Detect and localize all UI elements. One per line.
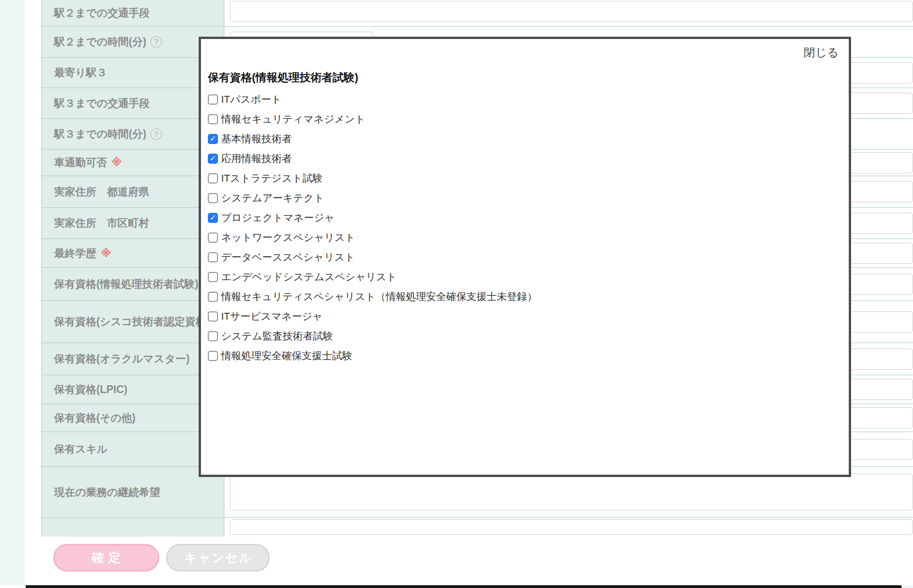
row-label: 保有資格(シスコ技術者認定資格) (41, 301, 224, 343)
checkbox-item: システムアーキテクト (208, 188, 839, 208)
row-label-text: 保有資格(シスコ技術者認定資格) (54, 315, 210, 329)
checkbox-item: 情報セキュリティスペシャリスト（情報処理安全確保支援士未登録） (208, 287, 839, 306)
required-mark: ※ (111, 155, 122, 170)
modal-title: 保有資格(情報処理技術者試験) (208, 70, 839, 85)
text-input[interactable] (230, 474, 913, 510)
row-label-text: 駅３までの交通手段 (54, 96, 150, 111)
checkbox-list: ITパスポート 情報セキュリティマネジメント ✓ 基本情報技術者 ✓ 応用情報技… (208, 89, 839, 366)
close-button[interactable]: 閉じる (208, 44, 839, 60)
row-label: 実家住所 都道府県 (41, 176, 224, 207)
checkbox-label[interactable]: システム監査技術者試験 (221, 329, 333, 343)
page: 駅２までの交通手段 駅２までの時間(分) ? 最寄り駅３ (0, 0, 913, 588)
checkbox[interactable] (208, 252, 218, 262)
row-label: 保有資格(LPIC) (41, 375, 224, 404)
checkbox-label[interactable]: ネットワークスペシャリスト (221, 231, 355, 244)
row-label: 駅３までの交通手段 (41, 88, 224, 118)
footer-bar (26, 585, 902, 588)
help-icon[interactable]: ? (150, 36, 162, 48)
checkbox-item: エンデベッドシステムスペシャリスト (208, 267, 839, 287)
row-label-text: 現在の業務の継続希望 (54, 485, 160, 499)
checkbox-label[interactable]: プロジェクトマネージャ (221, 211, 334, 225)
help-icon[interactable]: ? (150, 128, 162, 140)
row-label-text: 保有資格(オラクルマスター) (54, 352, 189, 366)
row-content (224, 0, 913, 26)
checkbox[interactable] (208, 94, 218, 105)
row-label-text: 保有資格(情報処理技術者試験) (54, 277, 198, 291)
row-label: 実家住所 市区町村 (41, 208, 224, 239)
checkbox-item: ✓ 基本情報技術者 (208, 129, 839, 149)
checkbox-label[interactable]: 情報セキュリティスペシャリスト（情報処理安全確保支援士未登録） (221, 290, 537, 304)
qualification-modal: 閉じる 保有資格(情報処理技術者試験) ITパスポート 情報セキュリティマネジメ… (199, 37, 851, 477)
checkbox-item: システム監査技術者試験 (208, 326, 839, 346)
row-label (41, 518, 224, 537)
checkbox-item: ITストラテジスト試験 (208, 168, 839, 188)
row-label-text: 最寄り駅３ (54, 66, 107, 80)
cancel-button[interactable]: キャンセル (166, 544, 270, 571)
checkbox[interactable]: ✓ (208, 134, 218, 144)
checkbox-item: ネットワークスペシャリスト (208, 227, 839, 247)
row-label-text: 保有スキル (54, 442, 108, 456)
row-label-text: 実家住所 市区町村 (54, 216, 149, 230)
row-label-text: 最終学歴 (54, 246, 96, 261)
row-content (224, 518, 913, 537)
checkbox[interactable] (208, 311, 218, 322)
checkbox-label[interactable]: システムアーキテクト (221, 191, 324, 205)
row-label: 駅３までの時間(分) ? (41, 119, 224, 149)
table-row (41, 517, 913, 537)
checkbox[interactable]: ✓ (208, 154, 218, 164)
row-label: 最終学歴 ※ (41, 239, 224, 267)
row-label-text: 保有資格(LPIC) (54, 383, 128, 397)
left-gutter (0, 0, 26, 586)
checkbox-label[interactable]: 応用情報技術者 (221, 152, 292, 166)
checkbox-label[interactable]: 情報処理安全確保支援士試験 (221, 349, 352, 363)
confirm-button[interactable]: 確定 (53, 544, 159, 571)
row-label-text: 実家住所 都道府県 (54, 185, 149, 199)
checkbox-item: ITサービスマネージャ (208, 306, 839, 326)
checkbox-label[interactable]: エンデベッドシステムスペシャリスト (221, 270, 397, 284)
checkbox[interactable] (208, 173, 218, 183)
checkbox-label[interactable]: データベーススペシャリスト (221, 250, 355, 264)
checkbox-item: 情報処理安全確保支援士試験 (208, 346, 839, 366)
row-label: 現在の業務の継続希望 (41, 467, 224, 517)
table-row: 駅２までの交通手段 (41, 0, 913, 26)
checkbox[interactable] (208, 351, 218, 361)
checkbox[interactable] (208, 114, 218, 124)
footer-corner (902, 585, 913, 588)
row-label: 車通勤可否 ※ (41, 150, 224, 176)
row-label-text: 保有資格(その他) (54, 411, 135, 425)
checkbox[interactable]: ✓ (208, 213, 218, 223)
checkbox-item: ✓ 応用情報技術者 (208, 149, 839, 168)
row-label-text: 駅２までの交通手段 (54, 6, 150, 20)
text-input[interactable] (230, 519, 913, 535)
checkbox-item: ✓ プロジェクトマネージャ (208, 208, 839, 227)
row-label-text: 車通勤可否 (54, 155, 107, 170)
checkbox-label[interactable]: ITサービスマネージャ (221, 310, 323, 323)
row-label: 保有資格(その他) (41, 404, 224, 432)
row-label: 保有資格(オラクルマスター) (41, 343, 224, 375)
checkbox-item: データベーススペシャリスト (208, 247, 839, 267)
row-label: 最寄り駅３ (41, 58, 224, 88)
checkbox-label[interactable]: 情報セキュリティマネジメント (221, 112, 365, 126)
text-input[interactable] (230, 1, 913, 22)
row-label: 保有スキル (41, 432, 224, 466)
checkbox[interactable] (208, 272, 218, 282)
checkbox[interactable] (208, 292, 218, 302)
row-label-text: 駅３までの時間(分) (54, 127, 146, 141)
row-label: 駅２までの時間(分) ? (41, 27, 224, 57)
required-mark: ※ (101, 246, 111, 261)
row-label: 駅２までの交通手段 (41, 0, 224, 26)
checkbox[interactable] (208, 233, 218, 243)
row-label: 保有資格(情報処理技術者試験) (41, 268, 224, 300)
checkbox-label[interactable]: ITパスポート (221, 93, 282, 106)
row-label-text: 駅２までの時間(分) (54, 35, 146, 49)
checkbox-item: ITパスポート (208, 89, 839, 109)
checkbox-item: 情報セキュリティマネジメント (208, 109, 839, 129)
checkbox-label[interactable]: ITストラテジスト試験 (221, 172, 323, 185)
checkbox[interactable] (208, 331, 218, 341)
checkbox-label[interactable]: 基本情報技術者 (221, 132, 292, 146)
checkbox[interactable] (208, 193, 218, 203)
